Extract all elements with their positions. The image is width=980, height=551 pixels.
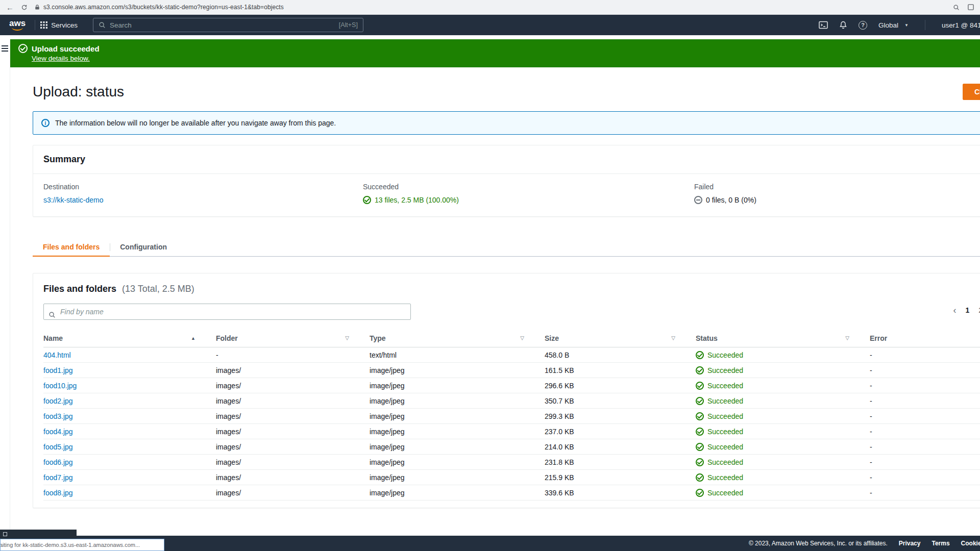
file-name-link[interactable]: food6.jpg	[43, 458, 73, 466]
filter-icon[interactable]: ▽	[520, 335, 524, 341]
help-icon[interactable]: ?	[859, 21, 867, 30]
name-cell: food5.jpg	[43, 443, 216, 451]
success-check-icon	[696, 473, 704, 482]
browser-search-icon[interactable]	[953, 4, 960, 11]
table-row: food2.jpg images/ image/jpeg 350.7 KB Su…	[43, 393, 980, 409]
find-by-name-input[interactable]	[43, 304, 411, 320]
name-cell: food8.jpg	[43, 489, 216, 497]
column-header-type[interactable]: Type ▽	[370, 334, 545, 342]
console-search-box[interactable]: [Alt+S]	[93, 18, 363, 32]
file-name-link[interactable]: food8.jpg	[43, 489, 73, 497]
name-cell: food2.jpg	[43, 397, 216, 405]
previous-page-button[interactable]: ‹	[953, 306, 956, 315]
notifications-bell-icon[interactable]	[839, 21, 847, 29]
aws-logo[interactable]: aws	[6, 19, 30, 32]
close-button[interactable]: Close	[963, 84, 980, 100]
file-name-link[interactable]: food3.jpg	[43, 412, 73, 420]
status-text: Succeeded	[707, 397, 743, 405]
detail-tabs: Files and folders Configuration	[33, 237, 980, 257]
table-row: food3.jpg images/ image/jpeg 299.3 KB Su…	[43, 409, 980, 424]
name-cell: food4.jpg	[43, 428, 216, 436]
table-row: food4.jpg images/ image/jpeg 237.0 KB Su…	[43, 424, 980, 439]
status-cell: Succeeded	[696, 351, 870, 359]
padlock-icon	[35, 4, 40, 10]
filter-icon[interactable]: ▽	[345, 335, 349, 341]
browser-window-icon[interactable]	[968, 4, 974, 10]
search-icon	[48, 311, 56, 320]
tab-files-and-folders[interactable]: Files and folders	[33, 237, 110, 257]
tab-configuration[interactable]: Configuration	[110, 237, 177, 256]
cloudshell-icon[interactable]	[819, 21, 828, 29]
size-cell: 350.7 KB	[545, 397, 696, 405]
success-check-icon	[18, 44, 28, 53]
name-cell: 404.html	[43, 351, 216, 359]
name-cell: food1.jpg	[43, 366, 216, 374]
privacy-link[interactable]: Privacy	[899, 540, 921, 547]
summary-failed: Failed 0 files, 0 B (0%)	[694, 183, 980, 204]
filter-icon[interactable]: ▽	[845, 335, 849, 341]
menu-hamburger-icon[interactable]	[2, 45, 10, 52]
type-cell: image/jpeg	[370, 412, 545, 420]
search-shortcut-hint: [Alt+S]	[339, 21, 358, 29]
size-cell: 237.0 KB	[545, 428, 696, 436]
nav-divider	[35, 20, 35, 30]
account-menu[interactable]: user1 @ 8418	[942, 21, 980, 29]
success-check-icon	[696, 412, 704, 420]
column-header-folder[interactable]: Folder ▽	[216, 334, 370, 342]
file-name-link[interactable]: food1.jpg	[43, 366, 73, 374]
table-row: food8.jpg images/ image/jpeg 339.6 KB Su…	[43, 485, 980, 500]
folder-cell: images/	[216, 366, 370, 374]
search-icon	[99, 21, 106, 29]
file-name-link[interactable]: food7.jpg	[43, 473, 73, 482]
status-cell: Succeeded	[696, 428, 870, 436]
size-cell: 231.8 KB	[545, 458, 696, 466]
region-selector[interactable]: Global ▼	[878, 21, 909, 29]
status-text: Succeeded	[707, 473, 743, 482]
column-label: Status	[696, 334, 718, 342]
nav-divider	[925, 20, 925, 30]
destination-bucket-link[interactable]: s3://kk-static-demo	[43, 196, 103, 204]
url-field[interactable]: s3.console.aws.amazon.com/s3/buckets/kk-…	[35, 4, 284, 11]
error-cell: -	[870, 473, 980, 482]
success-check-icon	[696, 397, 704, 405]
error-cell: -	[870, 458, 980, 466]
table-header-row: Name ▲ Folder ▽ Type ▽	[43, 329, 980, 347]
page-title: Upload: status	[33, 84, 124, 100]
services-menu-button[interactable]: Services	[40, 21, 78, 29]
column-label: Name	[43, 334, 63, 342]
console-search-input[interactable]	[110, 21, 335, 29]
page-1-button[interactable]: 1	[965, 306, 969, 314]
browser-reload-icon[interactable]	[21, 4, 28, 11]
column-header-status[interactable]: Status ▽	[696, 334, 870, 342]
flashbar-title: Upload succeeded	[32, 44, 100, 53]
minus-circle-icon	[694, 196, 702, 204]
success-flashbar: Upload succeeded View details below.	[10, 39, 980, 67]
files-counter: (13 Total, 2.5 MB)	[122, 284, 194, 294]
column-header-size[interactable]: Size ▽	[545, 334, 696, 342]
file-name-link[interactable]: food4.jpg	[43, 428, 73, 436]
name-cell: food7.jpg	[43, 473, 216, 482]
file-name-link[interactable]: food2.jpg	[43, 397, 73, 405]
type-cell: image/jpeg	[370, 443, 545, 451]
type-cell: image/jpeg	[370, 473, 545, 482]
folder-cell: images/	[216, 458, 370, 466]
table-row: 404.html - text/html 458.0 B Succeeded -	[43, 347, 980, 363]
file-name-link[interactable]: food10.jpg	[43, 382, 77, 390]
filter-icon[interactable]: ▽	[671, 335, 675, 341]
browser-back-icon[interactable]: ←	[6, 4, 14, 11]
file-name-link[interactable]: 404.html	[43, 351, 71, 359]
column-header-name[interactable]: Name ▲	[43, 334, 216, 342]
size-cell: 161.5 KB	[545, 366, 696, 374]
file-name-link[interactable]: food5.jpg	[43, 443, 73, 451]
success-check-icon	[696, 428, 704, 436]
status-text: Succeeded	[707, 412, 743, 420]
table-row: food5.jpg images/ image/jpeg 214.0 KB Su…	[43, 439, 980, 455]
cookie-preferences-link[interactable]: Cookie preferences	[961, 540, 980, 547]
success-check-icon	[696, 366, 704, 374]
column-label: Size	[545, 334, 559, 342]
pagination: ‹ 1 2 ›	[953, 306, 980, 315]
view-details-link[interactable]: View details below.	[32, 55, 90, 62]
sort-ascending-icon[interactable]: ▲	[191, 336, 195, 341]
status-text: Succeeded	[707, 443, 743, 451]
terms-link[interactable]: Terms	[932, 540, 949, 547]
